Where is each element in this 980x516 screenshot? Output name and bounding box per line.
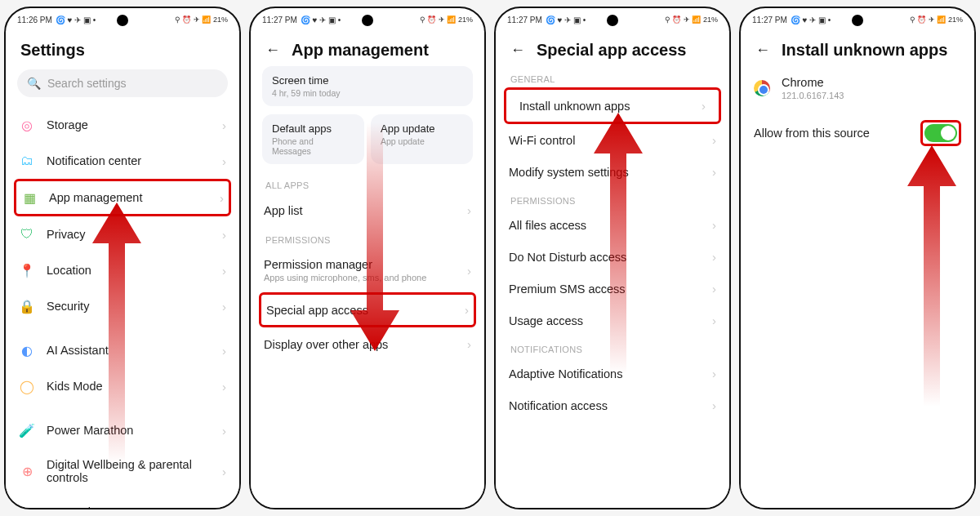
allow-toggle[interactable] xyxy=(924,124,957,142)
chrome-icon xyxy=(754,80,770,96)
row-label: Wi-Fi control xyxy=(509,134,701,147)
card-screen-time[interactable]: Screen time 4 hr, 59 min today xyxy=(262,66,473,106)
chevron-right-icon: › xyxy=(712,218,716,232)
row-dnd[interactable]: Do Not Disturb access › xyxy=(496,241,729,273)
row-label: Modify system settings xyxy=(509,166,701,179)
storage-icon: ◎ xyxy=(19,117,35,133)
chevron-right-icon: › xyxy=(220,191,224,205)
chevron-right-icon: › xyxy=(712,250,716,264)
back-icon[interactable]: ← xyxy=(510,42,525,59)
row-ai-assistant[interactable]: ◐ AI Assistant › xyxy=(6,332,239,368)
row-label: XOS Lab xyxy=(47,505,211,508)
row-kids-mode[interactable]: ◯ Kids Mode › xyxy=(6,368,239,404)
chevron-right-icon: › xyxy=(712,367,716,380)
location-icon: 📍 xyxy=(19,262,35,278)
row-chrome-app[interactable]: Chrome 121.0.6167.143 xyxy=(741,66,974,110)
row-modify-system[interactable]: Modify system settings › xyxy=(496,156,729,188)
chevron-right-icon: › xyxy=(222,154,226,168)
chevron-right-icon: › xyxy=(467,203,471,217)
page-title: ← Install unknown apps xyxy=(741,31,974,66)
row-label: Notification access xyxy=(509,399,701,412)
row-all-files[interactable]: All files access › xyxy=(496,209,729,241)
back-icon[interactable]: ← xyxy=(755,42,770,59)
phone-special-access: 11:27 PM🌀 ♥ ✈ ▣ • ⚲ ⏰ ✈ 📶 21% ← Special … xyxy=(494,7,731,509)
row-label: AI Assistant xyxy=(47,344,211,357)
card-default-apps[interactable]: Default apps Phone and Messages xyxy=(262,114,364,164)
row-wifi-control[interactable]: Wi-Fi control › xyxy=(496,124,729,156)
chevron-right-icon: › xyxy=(712,133,716,147)
row-label: Adaptive Notifications xyxy=(509,367,701,380)
notification-center-icon: 🗂 xyxy=(19,153,35,169)
phone-app-management: 11:27 PM🌀 ♥ ✈ ▣ • ⚲ ⏰ ✈ 📶 21% ← App mana… xyxy=(249,7,486,509)
chevron-right-icon: › xyxy=(702,99,706,113)
row-notif-access[interactable]: Notification access › xyxy=(496,389,729,421)
row-app-management[interactable]: ▦ App management › xyxy=(14,179,231,216)
row-notification-center[interactable]: 🗂 Notification center › xyxy=(6,143,239,179)
row-label: Power Marathon xyxy=(47,424,211,437)
row-label: Do Not Disturb access xyxy=(509,251,701,264)
row-xos-lab[interactable]: ◇ XOS Lab › xyxy=(6,494,239,508)
power-marathon-icon: 🧪 xyxy=(19,422,35,438)
page-title: ← Special app access xyxy=(496,31,729,66)
chevron-right-icon: › xyxy=(712,314,716,327)
chevron-right-icon: › xyxy=(222,380,226,394)
row-power-marathon[interactable]: 🧪 Power Marathon › xyxy=(6,412,239,448)
row-usage[interactable]: Usage access › xyxy=(496,305,729,336)
chevron-right-icon: › xyxy=(222,344,226,358)
back-icon[interactable]: ← xyxy=(265,42,280,59)
search-icon: 🔍 xyxy=(27,77,41,90)
page-title: Settings xyxy=(6,31,239,66)
section-permissions: PERMISSIONS xyxy=(251,227,484,248)
row-allow-source[interactable]: Allow from this source xyxy=(741,110,974,156)
chevron-right-icon: › xyxy=(222,465,226,478)
row-label: App management xyxy=(49,191,208,204)
xos-lab-icon: ◇ xyxy=(19,504,35,508)
row-display-over[interactable]: Display over other apps› xyxy=(251,327,484,361)
camera-notch xyxy=(117,15,128,26)
row-label: Security xyxy=(47,300,211,313)
row-install-unknown[interactable]: Install unknown apps › xyxy=(504,87,721,124)
row-adaptive-notif[interactable]: Adaptive Notifications › xyxy=(496,358,729,389)
row-app-list[interactable]: App list› xyxy=(251,194,484,227)
row-label: Privacy xyxy=(47,228,211,241)
row-label: Premium SMS access xyxy=(509,282,701,296)
chevron-right-icon: › xyxy=(467,337,471,351)
chevron-right-icon: › xyxy=(222,118,226,132)
page-title: ← App management xyxy=(251,31,484,66)
camera-notch xyxy=(852,15,863,26)
row-special-app-access[interactable]: Special app access› xyxy=(259,292,476,327)
row-security[interactable]: 🔒 Security › xyxy=(6,288,239,324)
security-icon: 🔒 xyxy=(19,298,35,314)
chevron-right-icon: › xyxy=(222,300,226,314)
row-location[interactable]: 📍 Location › xyxy=(6,252,239,288)
chevron-right-icon: › xyxy=(222,264,226,278)
section-notifications: NOTIFICATIONS xyxy=(496,336,729,358)
digital-wellbeing-icon: ⊕ xyxy=(19,463,35,479)
card-app-update[interactable]: App update App update xyxy=(371,114,473,164)
camera-notch xyxy=(362,15,373,26)
chevron-right-icon: › xyxy=(465,303,469,317)
row-label: Location xyxy=(47,264,211,277)
highlight-box xyxy=(920,120,961,146)
chevron-right-icon: › xyxy=(712,398,716,412)
row-label: Notification center xyxy=(47,154,211,167)
phone-settings: 11:26 PM🌀 ♥ ✈ ▣ • ⚲ ⏰ ✈ 📶 21% Settings 🔍… xyxy=(4,7,241,509)
row-label: Usage access xyxy=(509,314,701,327)
kids-mode-icon: ◯ xyxy=(19,378,35,394)
row-premium-sms[interactable]: Premium SMS access › xyxy=(496,273,729,305)
chevron-right-icon: › xyxy=(222,424,226,438)
chevron-right-icon: › xyxy=(467,264,471,278)
row-storage[interactable]: ◎ Storage › xyxy=(6,107,239,143)
search-input[interactable]: 🔍 Search settings xyxy=(17,69,228,97)
camera-notch xyxy=(607,15,618,26)
chevron-right-icon: › xyxy=(712,165,716,179)
chevron-right-icon: › xyxy=(712,282,716,296)
row-privacy[interactable]: 🛡 Privacy › xyxy=(6,216,239,252)
chevron-right-icon: › xyxy=(222,228,226,242)
row-digital-wellbeing[interactable]: ⊕ Digital Wellbeing & parental controls … xyxy=(6,448,239,494)
app-management-icon: ▦ xyxy=(21,189,38,206)
row-label: All files access xyxy=(509,219,701,232)
section-general: GENERAL xyxy=(496,66,729,87)
row-label: Kids Mode xyxy=(47,380,211,393)
row-permission-manager[interactable]: Permission manager Apps using microphone… xyxy=(251,248,484,292)
